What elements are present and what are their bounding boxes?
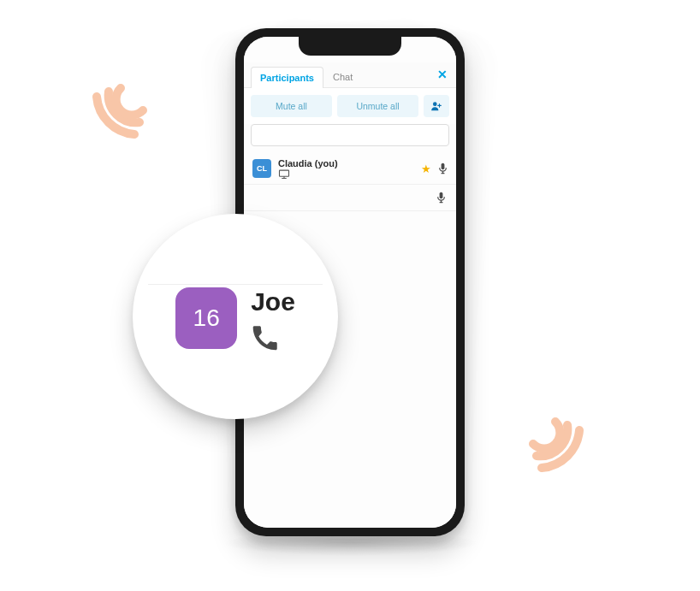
participant-zoom-callout: 16 Joe <box>133 214 338 419</box>
svg-rect-11 <box>440 192 443 199</box>
vibration-waves-icon <box>518 406 595 483</box>
svg-rect-5 <box>280 170 289 176</box>
tab-participants[interactable]: Participants <box>251 67 323 88</box>
desktop-icon <box>278 169 414 179</box>
phone-notch <box>299 37 401 56</box>
divider <box>148 284 323 285</box>
vibration-waves-icon <box>81 73 158 150</box>
mute-all-button[interactable]: Mute all <box>251 95 332 117</box>
participant-row[interactable] <box>244 185 456 211</box>
search-wrap <box>244 124 456 153</box>
close-icon[interactable]: ✕ <box>437 68 448 81</box>
svg-rect-2 <box>437 105 442 106</box>
actions-bar: Mute all Unmute all <box>244 88 456 124</box>
add-user-icon <box>430 100 442 112</box>
add-participant-button[interactable] <box>424 95 449 117</box>
participant-name: Claudia (you) <box>278 158 414 168</box>
participant-list: CL Claudia (you) ★ <box>244 153 456 211</box>
microphone-icon[interactable] <box>436 192 446 204</box>
host-star-icon: ★ <box>421 163 431 175</box>
participant-row[interactable]: CL Claudia (you) ★ <box>244 153 456 185</box>
svg-point-0 <box>433 102 437 106</box>
search-input[interactable] <box>251 124 449 146</box>
unmute-all-button[interactable]: Unmute all <box>337 95 418 117</box>
avatar: 16 <box>175 287 237 349</box>
microphone-icon[interactable] <box>438 163 448 174</box>
phone-icon <box>251 323 295 352</box>
participant-name: Joe <box>251 287 295 316</box>
avatar: CL <box>252 159 271 178</box>
svg-rect-8 <box>442 163 445 170</box>
tab-chat[interactable]: Chat <box>323 66 362 87</box>
tabs-bar: Participants Chat ✕ <box>244 62 456 88</box>
